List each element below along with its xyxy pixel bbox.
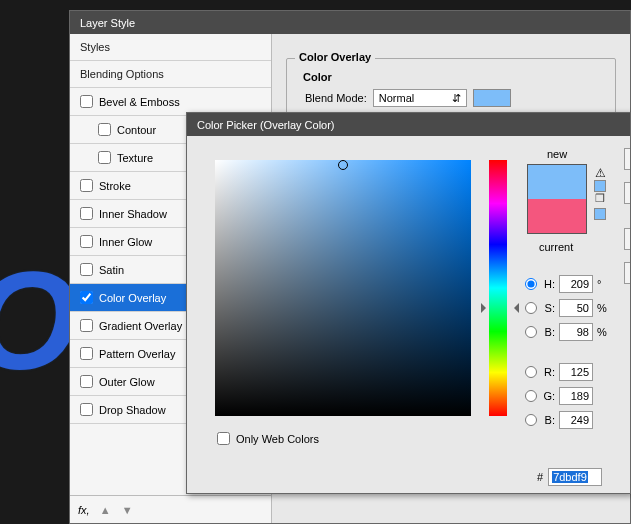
check-contour[interactable]: [98, 123, 111, 136]
hue-slider-left-icon[interactable]: [481, 303, 491, 313]
input-h[interactable]: 209: [559, 275, 593, 293]
overlay-color-swatch[interactable]: [473, 89, 511, 107]
radio-r[interactable]: [525, 366, 537, 378]
b-row: B: 98 %: [525, 320, 609, 344]
label-b: B:: [541, 326, 555, 338]
check-inner-glow[interactable]: [80, 235, 93, 248]
color-libraries-button-edge[interactable]: [624, 262, 630, 284]
right-button-edge: [628, 148, 630, 508]
label-bl: B:: [541, 414, 555, 426]
r-row: R: 125: [525, 360, 609, 384]
hex-row: # 7dbdf9: [537, 468, 602, 486]
new-color-swatch[interactable]: [528, 165, 586, 199]
input-r[interactable]: 125: [559, 363, 593, 381]
input-g[interactable]: 189: [559, 387, 593, 405]
s-row: S: 50 %: [525, 296, 609, 320]
check-satin[interactable]: [80, 263, 93, 276]
color-compare: [527, 164, 587, 234]
check-gradient-overlay[interactable]: [80, 319, 93, 332]
check-texture[interactable]: [98, 151, 111, 164]
current-color-swatch[interactable]: [528, 199, 586, 233]
chevron-updown-icon: ⇵: [452, 92, 461, 105]
input-s[interactable]: 50: [559, 299, 593, 317]
arrow-down-icon[interactable]: ▼: [122, 504, 134, 516]
current-color-label: current: [539, 241, 573, 253]
color-field[interactable]: [215, 160, 471, 416]
label-g: G:: [541, 390, 555, 402]
g-row: G: 189: [525, 384, 609, 408]
cancel-button-edge[interactable]: [624, 182, 630, 204]
color-picker-title: Color Picker (Overlay Color): [197, 119, 335, 131]
style-item-styles[interactable]: Styles: [70, 34, 271, 61]
websafe-swatch[interactable]: [594, 208, 606, 220]
layer-style-title: Layer Style: [80, 17, 135, 29]
only-web-label: Only Web Colors: [236, 433, 319, 445]
check-outer-glow[interactable]: [80, 375, 93, 388]
websafe-cube-icon[interactable]: ❒: [594, 192, 606, 204]
color-picker-dialog: Color Picker (Overlay Color) new current…: [186, 112, 631, 494]
hue-slider-right-icon[interactable]: [509, 303, 519, 313]
h-row: H: 209 °: [525, 272, 609, 296]
input-bl[interactable]: 249: [559, 411, 593, 429]
rgb-block: R: 125 G: 189 B: 249: [525, 360, 609, 432]
label-r: R:: [541, 366, 555, 378]
only-web-checkbox[interactable]: [217, 432, 230, 445]
label-h: H:: [541, 278, 555, 290]
check-drop-shadow[interactable]: [80, 403, 93, 416]
unit-s: %: [597, 302, 609, 314]
group-legend: Color Overlay: [295, 51, 375, 63]
bl-row: B: 249: [525, 408, 609, 432]
only-web-row: Only Web Colors: [217, 432, 319, 445]
hue-strip[interactable]: [489, 160, 507, 416]
radio-b[interactable]: [525, 326, 537, 338]
check-bevel-emboss[interactable]: [80, 95, 93, 108]
fx-menu-icon[interactable]: fx,: [78, 504, 90, 516]
check-stroke[interactable]: [80, 179, 93, 192]
radio-s[interactable]: [525, 302, 537, 314]
arrow-up-icon[interactable]: ▲: [100, 504, 112, 516]
unit-b: %: [597, 326, 609, 338]
check-pattern-overlay[interactable]: [80, 347, 93, 360]
check-inner-shadow[interactable]: [80, 207, 93, 220]
add-swatch-button-edge[interactable]: [624, 228, 630, 250]
hsb-block: H: 209 ° S: 50 % B: 98 %: [525, 272, 609, 344]
color-sub-label: Color: [303, 71, 605, 83]
color-field-cursor[interactable]: [338, 160, 348, 170]
blend-mode-label: Blend Mode:: [305, 92, 367, 104]
radio-g[interactable]: [525, 390, 537, 402]
ok-button-edge[interactable]: [624, 148, 630, 170]
radio-bl[interactable]: [525, 414, 537, 426]
blend-mode-dropdown[interactable]: Normal ⇵: [373, 89, 467, 107]
radio-h[interactable]: [525, 278, 537, 290]
new-color-label: new: [547, 148, 567, 160]
unit-h: °: [597, 278, 609, 290]
gamut-warning-swatch[interactable]: [594, 180, 606, 192]
layer-style-titlebar[interactable]: Layer Style: [70, 11, 630, 34]
hex-label: #: [537, 471, 543, 483]
gamut-warning-icon[interactable]: ⚠: [595, 166, 606, 180]
style-item-blending-options[interactable]: Blending Options: [70, 61, 271, 88]
label-s: S:: [541, 302, 555, 314]
style-footer: fx, ▲ ▼: [70, 495, 271, 523]
check-color-overlay[interactable]: [80, 291, 93, 304]
input-b[interactable]: 98: [559, 323, 593, 341]
hex-input[interactable]: 7dbdf9: [548, 468, 602, 486]
color-picker-titlebar[interactable]: Color Picker (Overlay Color): [187, 113, 630, 136]
